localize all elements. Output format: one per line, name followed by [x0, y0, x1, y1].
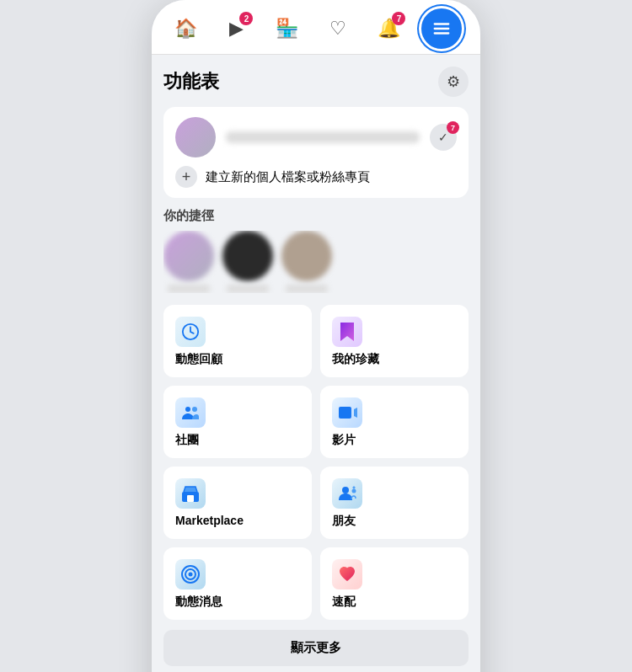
main-content: 功能表 ⚙ ✓ 7 + 建立新的個人檔案或粉絲專頁 你的捷徑	[152, 55, 480, 672]
marketplace-icon	[175, 478, 206, 509]
add-profile-label: 建立新的個人檔案或粉絲專頁	[206, 169, 370, 185]
phone-frame: 🏠 ▶ 2 🏪 ♡ 🔔 7 功能表 ⚙	[152, 0, 480, 672]
add-profile-button[interactable]: + 建立新的個人檔案或粉絲專頁	[175, 166, 457, 188]
tile-feed[interactable]: 動態消息	[163, 547, 312, 620]
saved-icon	[332, 317, 362, 347]
svg-point-10	[342, 487, 349, 493]
settings-button[interactable]: ⚙	[438, 67, 469, 97]
profile-name	[226, 131, 420, 143]
show-more-button[interactable]: 顯示更多	[163, 630, 469, 666]
shortcut-avatar	[222, 231, 273, 281]
shortcuts-row	[163, 231, 469, 293]
tile-saved[interactable]: 我的珍藏	[320, 305, 469, 377]
home-icon: 🏠	[174, 18, 197, 40]
svg-point-11	[352, 489, 356, 493]
shortcut-name	[227, 285, 269, 293]
video-badge: 2	[239, 12, 253, 25]
video-tile-icon	[332, 397, 362, 428]
profile-badge: 7	[447, 121, 459, 134]
video-nav-button[interactable]: ▶ 2	[217, 10, 254, 47]
tile-marketplace-label: Marketplace	[175, 514, 300, 527]
tile-video-label: 影片	[332, 433, 457, 448]
feed-icon	[175, 559, 206, 589]
shortcut-avatar	[281, 231, 332, 281]
nav-bar: 🏠 ▶ 2 🏪 ♡ 🔔 7	[152, 0, 480, 55]
bell-badge: 7	[392, 12, 405, 25]
profile-row: ✓ 7	[175, 117, 457, 157]
gear-icon: ⚙	[447, 72, 460, 91]
shortcut-name	[168, 285, 210, 293]
groups-icon	[175, 397, 206, 428]
store-icon: 🏪	[276, 18, 298, 40]
menu-button[interactable]	[421, 8, 462, 49]
profile-avatar	[175, 117, 216, 157]
profile-chevron-button[interactable]: ✓ 7	[430, 124, 457, 151]
tile-groups[interactable]: 社團	[163, 386, 312, 458]
dating-icon	[332, 559, 362, 589]
page-header: 功能表 ⚙	[163, 67, 469, 97]
tile-activity-label: 動態回顧	[175, 352, 300, 367]
svg-rect-9	[187, 495, 194, 502]
heart-nav-button[interactable]: ♡	[319, 10, 356, 47]
tile-friends-label: 朋友	[332, 514, 457, 529]
shortcuts-label: 你的捷徑	[163, 208, 469, 224]
tile-dating[interactable]: 速配	[320, 547, 469, 620]
tile-activity[interactable]: 動態回顧	[163, 305, 312, 377]
shortcut-name	[286, 285, 328, 293]
shortcut-item[interactable]	[222, 231, 273, 293]
svg-rect-6	[339, 407, 351, 419]
tile-saved-label: 我的珍藏	[332, 352, 457, 367]
menu-grid: 動態回顧 我的珍藏	[163, 305, 469, 620]
profile-card: ✓ 7 + 建立新的個人檔案或粉絲專頁	[163, 107, 469, 198]
tile-friends[interactable]: 朋友	[320, 467, 469, 539]
tile-dating-label: 速配	[332, 595, 457, 610]
home-nav-button[interactable]: 🏠	[167, 10, 204, 47]
store-nav-button[interactable]: 🏪	[269, 10, 306, 47]
svg-marker-7	[354, 408, 357, 418]
add-icon: +	[175, 166, 197, 188]
bell-nav-button[interactable]: 🔔 7	[370, 10, 407, 47]
shortcut-item[interactable]	[281, 231, 332, 293]
tile-groups-label: 社團	[175, 433, 300, 448]
svg-point-4	[185, 407, 190, 412]
tile-video[interactable]: 影片	[320, 386, 469, 458]
friends-icon	[332, 478, 362, 509]
heart-icon: ♡	[329, 18, 346, 40]
tile-feed-label: 動態消息	[175, 595, 300, 610]
tile-marketplace[interactable]: Marketplace	[163, 467, 312, 539]
page-title: 功能表	[163, 69, 219, 94]
svg-point-16	[189, 573, 193, 577]
activity-icon	[175, 317, 206, 347]
shortcut-item[interactable]	[163, 231, 214, 293]
shortcut-avatar	[163, 231, 214, 281]
svg-point-5	[192, 407, 197, 412]
chevron-down-icon: ✓	[438, 131, 448, 144]
